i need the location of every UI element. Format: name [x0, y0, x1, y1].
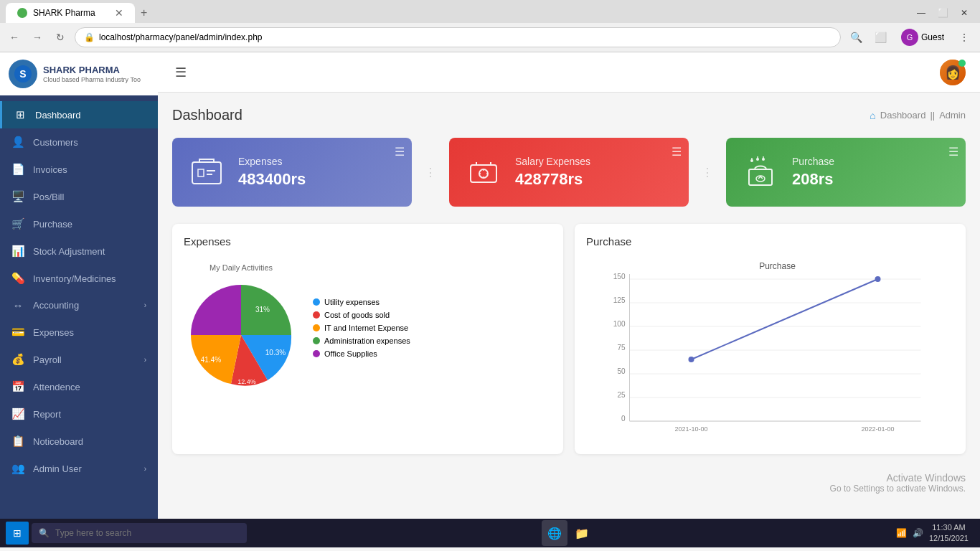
purchase-card: Purchase 208rs ☰ — [726, 138, 966, 207]
legend-dot-office — [313, 350, 320, 357]
sidebar-item-invoices[interactable]: 📄 Invoices — [0, 156, 158, 183]
breadcrumb-separator: || — [930, 110, 935, 121]
salary-card-icon — [463, 152, 504, 192]
hamburger-button[interactable]: ☰ — [172, 62, 189, 83]
taskbar-tray: 📶 🔊 11:30 AM 12/15/2021 — [890, 522, 974, 545]
app-wrapper: S SHARK PHARMA Cloud based Pharma Indust… — [0, 52, 980, 519]
profile-name: Guest — [921, 32, 944, 42]
sidebar-label-noticeboard: Noticeboard — [33, 436, 146, 447]
forward-button[interactable]: → — [29, 29, 46, 46]
window-controls: — ⬜ ✕ — [911, 3, 974, 23]
right-panel: ☰ 👩 Dashboard ⌂ Dashboard || Admin — [158, 52, 980, 519]
home-icon: ⌂ — [870, 110, 875, 121]
profile-button[interactable]: G Guest — [895, 27, 950, 47]
data-point-2 — [875, 276, 881, 282]
date-display: 12/15/2021 — [929, 533, 969, 544]
maximize-button[interactable]: ⬜ — [933, 3, 953, 23]
x-label-2: 2022-01-00 — [861, 425, 894, 433]
more-options-button[interactable]: ⋮ — [954, 27, 974, 47]
purchase-card-info: Purchase 208rs — [792, 156, 951, 189]
address-bar[interactable]: 🔒 — [75, 27, 841, 47]
close-button[interactable]: ✕ — [954, 3, 974, 23]
split-screen-button[interactable]: ⬜ — [871, 27, 891, 47]
card-separator-1: ⋮ — [423, 138, 438, 207]
salary-card-menu[interactable]: ☰ — [672, 145, 682, 159]
line-chart-label: Purchase — [759, 261, 796, 271]
purchase-card-icon — [740, 152, 781, 192]
sidebar-icon-purchase: 🛒 — [11, 217, 24, 230]
sidebar: S SHARK PHARMA Cloud based Pharma Indust… — [0, 52, 158, 519]
sidebar-item-accounting[interactable]: ↔ Accounting › — [0, 292, 158, 319]
start-button[interactable]: ⊞ — [6, 522, 29, 545]
purchase-card-menu[interactable]: ☰ — [948, 145, 958, 159]
search-icon: 🔍 — [39, 528, 50, 538]
tray-volume-icon: 🔊 — [913, 528, 923, 538]
taskbar-explorer-app[interactable]: 📁 — [569, 520, 595, 546]
minimize-button[interactable]: — — [911, 3, 931, 23]
breadcrumb: ⌂ Dashboard || Admin — [870, 110, 966, 121]
sidebar-item-admin-user[interactable]: 👥 Admin User › — [0, 455, 158, 482]
online-indicator — [958, 60, 966, 67]
sidebar-icon-invoices: 📄 — [11, 163, 24, 176]
legend-dot-it — [313, 324, 320, 331]
sidebar-item-purchase[interactable]: 🛒 Purchase — [0, 210, 158, 237]
pie-label-orange: 41.4% — [201, 356, 221, 364]
sidebar-item-pos-bill[interactable]: 🖥️ Pos/Bill — [0, 183, 158, 210]
sidebar-item-inventory[interactable]: 💊 Inventory/Medicines — [0, 265, 158, 292]
sidebar-label-payroll: Payroll — [33, 354, 136, 365]
tray-wifi-icon: 📶 — [896, 528, 907, 538]
sidebar-item-stock-adjustment[interactable]: 📊 Stock Adjustment — [0, 237, 158, 265]
data-point-1 — [689, 357, 694, 362]
browser-tab[interactable]: SHARK Pharma ✕ — [6, 3, 135, 23]
new-tab-button[interactable]: + — [135, 4, 153, 22]
legend-dot-cost — [313, 311, 320, 319]
logo-name: SHARK PHARMA — [43, 65, 141, 76]
search-input[interactable] — [55, 528, 199, 538]
tab-favicon — [17, 8, 27, 18]
refresh-button[interactable]: ↻ — [52, 29, 69, 46]
taskbar: ⊞ 🔍 🌐 📁 📶 🔊 11:30 AM 12/15/2021 — [0, 519, 980, 547]
tab-close-button[interactable]: ✕ — [115, 7, 123, 19]
salary-card-label: Salary Expenses — [515, 156, 674, 167]
pie-chart-area: My Daily Activities — [184, 263, 298, 392]
pie-label-red: 12.4% — [237, 378, 256, 385]
salary-card-info: Salary Expenses 428778rs — [515, 156, 674, 189]
sidebar-item-expenses[interactable]: 💳 Expenses — [0, 319, 158, 346]
expenses-card-info: Expenses 483400rs — [238, 156, 397, 189]
sidebar-label-admin-user: Admin User — [33, 463, 136, 474]
sidebar-icon-accounting: ↔ — [11, 299, 24, 311]
url-input[interactable] — [99, 32, 831, 42]
expenses-card-menu[interactable]: ☰ — [395, 145, 405, 159]
legend-admin: Administration expenses — [313, 336, 410, 345]
sidebar-icon-report: 📈 — [11, 408, 24, 420]
sidebar-item-customers[interactable]: 👤 Customers — [0, 128, 158, 156]
y-label-75: 75 — [617, 344, 626, 352]
taskbar-chrome-app[interactable]: 🌐 — [542, 520, 567, 546]
card-separator-2: ⋮ — [700, 138, 715, 207]
sidebar-item-report[interactable]: 📈 Report — [0, 400, 158, 428]
legend-cost: Cost of goods sold — [313, 311, 410, 319]
sidebar-item-noticeboard[interactable]: 📋 Noticeboard — [0, 428, 158, 455]
taskbar-time: 11:30 AM 12/15/2021 — [929, 522, 969, 545]
search-button[interactable]: 🔍 — [847, 27, 867, 47]
main-content: Dashboard ⌂ Dashboard || Admin — [158, 93, 980, 519]
legend-label-cost: Cost of goods sold — [324, 311, 390, 319]
legend-label-office: Office Supplies — [324, 349, 377, 358]
sidebar-item-dashboard[interactable]: ⊞ Dashboard — [0, 101, 158, 128]
pie-svg: 31% 10.3% 12.4% 41.4% — [184, 278, 298, 392]
sidebar-item-attendence[interactable]: 📅 Attendence — [0, 373, 158, 400]
expenses-chart-card: Expenses My Daily Activities — [172, 224, 563, 454]
sidebar-item-payroll[interactable]: 💰 Payroll › — [0, 346, 158, 373]
y-label-100: 100 — [613, 320, 626, 328]
profile-icon: G — [901, 29, 918, 46]
sidebar-arrow-payroll: › — [144, 356, 146, 364]
back-button[interactable]: ← — [6, 29, 23, 46]
salary-card: Salary Expenses 428778rs ☰ — [449, 138, 689, 207]
sidebar-label-accounting: Accounting — [33, 300, 136, 311]
taskbar-search[interactable]: 🔍 — [32, 523, 247, 543]
expenses-chart-title: Expenses — [184, 235, 552, 248]
pie-label: My Daily Activities — [184, 263, 298, 272]
sidebar-nav: ⊞ Dashboard 👤 Customers 📄 Invoices 🖥️ Po… — [0, 95, 158, 519]
sidebar-icon-noticeboard: 📋 — [11, 435, 24, 448]
avatar-container: 👩 — [940, 60, 966, 85]
